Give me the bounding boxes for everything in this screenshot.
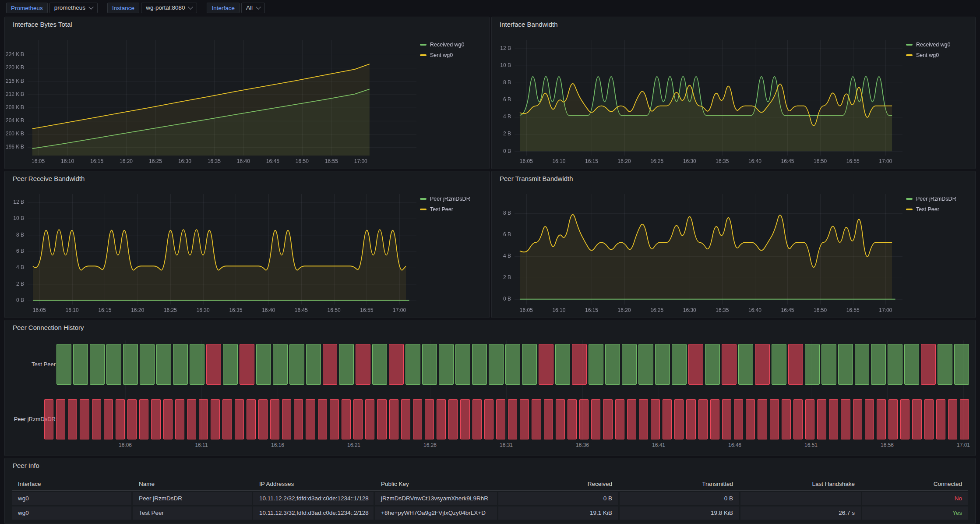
table-column-header[interactable]: Last Handshake	[740, 478, 861, 490]
table-column-header[interactable]: Received	[498, 478, 618, 490]
panel-title[interactable]: Interface Bytes Total	[5, 17, 489, 32]
legend-item[interactable]: Peer jRzmDsDR	[420, 196, 486, 202]
history-time-label: 16:46	[728, 442, 741, 448]
status-down-bar	[900, 399, 909, 439]
status-up-bar	[772, 344, 786, 385]
status-down-bar	[247, 399, 256, 439]
interface-bytes-total-chart[interactable]	[5, 33, 421, 168]
peer-transmit-bandwidth-chart[interactable]	[492, 187, 907, 317]
status-down-bar	[80, 399, 89, 439]
status-up-bar	[838, 344, 853, 385]
legend-series-label: Peer jRzmDsDR	[916, 196, 956, 202]
table-column-header[interactable]: Transmitted	[620, 478, 739, 490]
legend: Peer jRzmDsDRTest Peer	[420, 196, 486, 217]
variable-value-instance-dropdown[interactable]: wg-portal:8080	[141, 3, 197, 13]
status-up-bar	[190, 344, 204, 385]
status-down-bar	[888, 399, 898, 439]
history-time-label: 16:26	[423, 442, 437, 448]
status-up-bar	[455, 344, 470, 385]
legend-item[interactable]: Received wg0	[420, 42, 486, 48]
status-down-bar	[688, 344, 703, 385]
status-down-bar	[484, 399, 494, 439]
status-down-bar	[770, 399, 779, 439]
panel-peer-connection-history: Peer Connection History Test PeerPeer jR…	[4, 320, 976, 456]
status-down-bar	[722, 399, 731, 439]
table-cell: +8he+pyWH7Oa9g2FVjIxQzy04brLX+D	[375, 506, 497, 520]
status-down-bar	[413, 399, 422, 439]
history-time-label: 16:06	[119, 442, 132, 448]
legend-item[interactable]: Test Peer	[906, 206, 972, 212]
status-down-bar	[924, 399, 934, 439]
status-up-bar	[306, 344, 321, 385]
status-down-bar	[960, 399, 969, 439]
status-down-bar	[151, 399, 160, 439]
status-up-bar	[888, 344, 902, 385]
status-down-bar	[579, 399, 589, 439]
interface-bandwidth-chart[interactable]	[492, 33, 907, 168]
history-time-label: 16:21	[347, 442, 360, 448]
status-up-bar	[871, 344, 886, 385]
chevron-down-icon	[256, 4, 261, 9]
status-down-bar	[92, 399, 101, 439]
status-down-bar	[568, 399, 577, 439]
status-down-bar	[235, 399, 244, 439]
table-cell: jRzmDsDRVnwCt13vsyamXherk9L9RhR	[375, 492, 497, 505]
legend-series-label: Sent wg0	[916, 52, 939, 58]
panel-title[interactable]: Peer Transmit Bandwidth	[492, 171, 975, 186]
table-column-header[interactable]: Connected	[862, 478, 968, 490]
table-column-header[interactable]: IP Addresses	[253, 478, 374, 490]
status-down-bar	[651, 399, 660, 439]
status-down-bar	[805, 399, 814, 439]
variable-value-text: All	[246, 3, 253, 13]
table-row: wg0Peer jRzmDsDR10.11.12.2/32,fdfd:d3ad:…	[12, 492, 968, 505]
panel-title[interactable]: Interface Bandwidth	[492, 17, 975, 32]
status-down-bar	[437, 399, 446, 439]
status-up-bar	[605, 344, 620, 385]
status-down-bar	[663, 399, 672, 439]
table-column-header[interactable]: Interface	[12, 478, 131, 490]
table-cell: 0 B	[620, 492, 739, 505]
legend-series-color	[420, 209, 427, 210]
legend-series-label: Test Peer	[430, 206, 453, 212]
history-row-bars[interactable]	[44, 399, 969, 439]
status-up-bar	[622, 344, 637, 385]
status-up-bar	[555, 344, 570, 385]
table-row: wg0Test Peer10.11.12.3/32,fdfd:d3ad:c0de…	[12, 506, 968, 520]
table-column-header[interactable]: Name	[133, 478, 252, 490]
table-column-header[interactable]: Public Key	[375, 478, 497, 490]
status-up-bar	[405, 344, 420, 385]
peer-info-table: InterfaceNameIP AddressesPublic KeyRecei…	[12, 478, 968, 520]
status-down-bar	[877, 399, 886, 439]
panel-title[interactable]: Peer Info	[5, 458, 975, 473]
history-time-label: 16:11	[195, 442, 208, 448]
status-down-bar	[782, 399, 791, 439]
peer-connection-history-timeline[interactable]: Test PeerPeer jRzmDsDR16:0616:1116:1616:…	[5, 320, 975, 456]
legend-item[interactable]: Peer jRzmDsDR	[906, 196, 972, 202]
status-down-bar	[175, 399, 184, 439]
legend-item[interactable]: Test Peer	[420, 206, 486, 212]
table-cell: 19.8 KiB	[620, 506, 739, 520]
status-down-bar	[853, 399, 862, 439]
status-down-bar	[698, 399, 708, 439]
variable-value-prometheus-dropdown[interactable]: prometheus	[49, 3, 98, 13]
status-down-bar	[199, 399, 208, 439]
chevron-down-icon	[88, 4, 93, 9]
status-down-bar	[353, 399, 363, 439]
panel-title[interactable]: Peer Receive Bandwidth	[5, 171, 489, 186]
status-down-bar	[472, 399, 482, 439]
legend-item[interactable]: Sent wg0	[420, 52, 486, 58]
status-up-bar	[522, 344, 537, 385]
status-down-bar	[401, 399, 410, 439]
history-time-label: 16:16	[271, 442, 284, 448]
status-down-bar	[258, 399, 268, 439]
legend: Received wg0Sent wg0	[420, 42, 486, 63]
legend-item[interactable]: Sent wg0	[906, 52, 972, 58]
variable-value-interface-dropdown[interactable]: All	[241, 3, 265, 13]
status-down-bar	[544, 399, 553, 439]
peer-receive-bandwidth-chart[interactable]	[5, 187, 421, 317]
legend-series-label: Received wg0	[916, 42, 951, 48]
legend-item[interactable]: Received wg0	[906, 42, 972, 48]
history-row-bars[interactable]	[56, 344, 969, 385]
table-cell: 10.11.12.3/32,fdfd:d3ad:c0de:1234::2/128	[253, 506, 374, 520]
status-down-bar	[139, 399, 148, 439]
